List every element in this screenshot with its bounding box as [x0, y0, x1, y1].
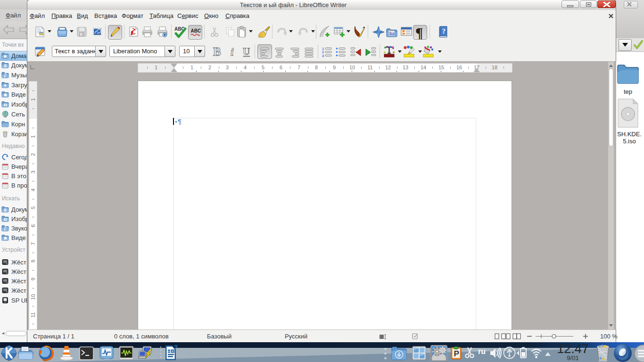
- svg-text:B: B: [213, 46, 221, 58]
- svg-text:?: ?: [442, 27, 446, 35]
- svg-text:3: 3: [322, 54, 324, 58]
- svg-text:U: U: [243, 46, 250, 57]
- svg-text:i: i: [231, 46, 234, 58]
- svg-text:P: P: [454, 349, 459, 358]
- svg-text:¶: ¶: [415, 26, 423, 40]
- svg-text:ABC: ABC: [191, 28, 201, 33]
